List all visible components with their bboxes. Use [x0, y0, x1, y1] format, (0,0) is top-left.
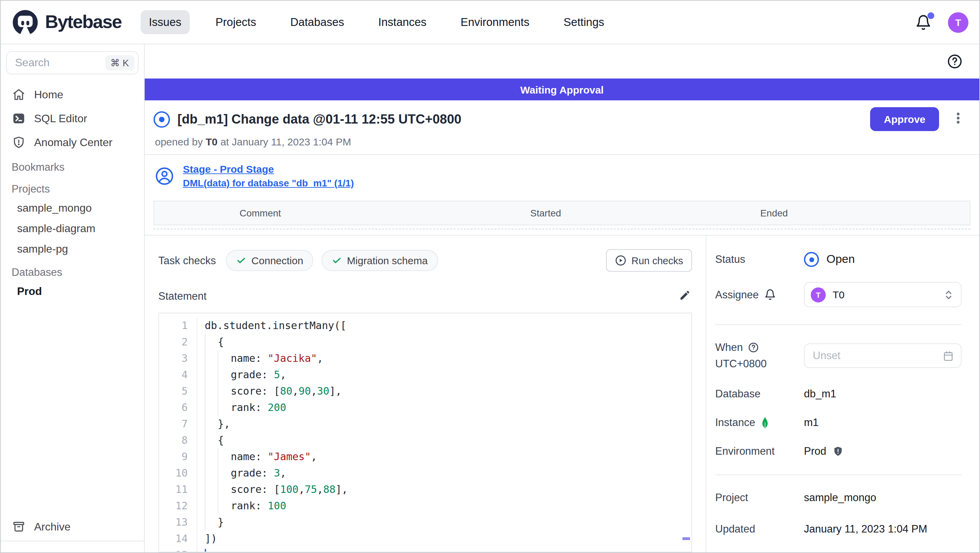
task-check-pill[interactable]: Connection: [226, 250, 313, 271]
kebab-menu-icon: [952, 111, 964, 125]
code-line: 14]): [159, 531, 691, 547]
nav-tab-databases[interactable]: Databases: [282, 10, 353, 34]
project-label: Project: [715, 492, 804, 504]
assignee-label: Assignee: [715, 288, 804, 301]
instance-value[interactable]: m1: [804, 416, 962, 429]
sidebar-section-bookmarks: Bookmarks: [6, 154, 138, 176]
sidebar-section-databases: Databases: [6, 260, 138, 281]
database-value[interactable]: db_m1: [804, 388, 962, 400]
issue-opened-user: T0: [206, 136, 218, 147]
search-input[interactable]: Search ⌘ K: [6, 51, 138, 75]
column-header-started: Started: [530, 207, 561, 218]
code-line: 11score: [100,75,88],: [159, 481, 691, 498]
when-datetime-input[interactable]: Unset: [804, 343, 962, 368]
environment-value[interactable]: Prod: [804, 445, 962, 457]
subscribe-bell-icon[interactable]: [764, 289, 776, 300]
task-checks-label: Task checks: [158, 254, 216, 266]
sidebar-item-label: Home: [34, 88, 63, 101]
assignee-person-icon: [155, 166, 174, 185]
sidebar-project-sample-pg[interactable]: sample-pg: [6, 239, 138, 260]
status-value: Open: [804, 252, 962, 267]
assignee-avatar: T: [811, 287, 826, 302]
assignee-select[interactable]: T T0: [804, 282, 962, 307]
sidebar-item-label: SQL Editor: [34, 112, 87, 124]
mongodb-leaf-icon: [760, 417, 769, 429]
issue-status-open-icon: [154, 111, 170, 127]
code-line: 12rank: 100: [159, 498, 691, 514]
stage-section: Stage - Prod Stage DML(data) for databas…: [145, 155, 979, 198]
main-content: Waiting Approval [db_m1] Change data @01…: [145, 45, 979, 552]
column-header-ended: Ended: [760, 207, 788, 218]
sidebar-item-label: Archive: [34, 521, 71, 533]
approve-button[interactable]: Approve: [870, 107, 939, 131]
issue-opened-line: opened by T0 at January 11, 2023 1:04 PM: [154, 136, 966, 147]
brand-name: Bytebase: [45, 11, 121, 33]
sidebar-item-anomaly-center[interactable]: Anomaly Center: [6, 131, 138, 154]
nav-tab-instances[interactable]: Instances: [370, 10, 435, 34]
bytebase-app-window: Bytebase IssuesProjectsDatabasesInstance…: [0, 0, 980, 553]
updated-label: Updated: [715, 523, 804, 535]
search-placeholder: Search: [15, 57, 105, 69]
main-nav-tabs: IssuesProjectsDatabasesInstancesEnvironm…: [141, 10, 612, 34]
sidebar-database-prod[interactable]: Prod: [6, 281, 138, 302]
sidebar-project-sample-diagram[interactable]: sample-diagram: [6, 218, 138, 239]
sidebar-item-home[interactable]: Home: [6, 83, 138, 107]
sidebar-item-archive[interactable]: Archive: [6, 514, 138, 539]
code-lines: 1db.student.insertMany([2{3name: "Jacika…: [159, 317, 691, 552]
search-shortcut-badge: ⌘ K: [105, 55, 134, 70]
code-line: 3name: "Jacika",: [159, 350, 691, 367]
task-run-table: Comment Started Ended: [154, 201, 970, 229]
protected-shield-icon: [833, 446, 843, 457]
updated-value: January 11, 2023 1:04 PM: [804, 523, 962, 535]
task-table-empty-row: [154, 225, 970, 229]
code-line: 2{: [159, 334, 691, 350]
issue-header: [db_m1] Change data @01-11 12:55 UTC+080…: [145, 100, 979, 155]
play-circle-icon: [615, 255, 627, 266]
nav-tab-projects[interactable]: Projects: [207, 10, 264, 34]
assignee-name: T0: [833, 289, 936, 300]
code-line: 8{: [159, 432, 691, 449]
help-icon[interactable]: [947, 54, 962, 69]
code-line: 9name: "James",: [159, 449, 691, 465]
database-label: Database: [715, 388, 804, 400]
sidebar-item-sql-editor[interactable]: SQL Editor: [6, 107, 138, 131]
more-actions-button[interactable]: [951, 110, 966, 128]
divider: [715, 324, 962, 325]
run-checks-button[interactable]: Run checks: [606, 249, 692, 272]
edit-statement-button[interactable]: [678, 288, 692, 304]
when-placeholder: Unset: [813, 349, 942, 362]
home-icon: [12, 88, 25, 101]
task-link[interactable]: DML(data) for database "db_m1" (1/1): [183, 177, 354, 188]
notification-bell-button[interactable]: [915, 14, 932, 30]
sidebar-project-sample_mongo[interactable]: sample_mongo: [6, 198, 138, 218]
task-detail-pane: Task checks ConnectionMigration schema R…: [145, 236, 706, 552]
nav-tab-issues[interactable]: Issues: [141, 10, 189, 34]
chevron-up-down-icon: [943, 289, 954, 300]
check-icon: [237, 255, 247, 266]
issue-title: [db_m1] Change data @01-11 12:55 UTC+080…: [177, 112, 862, 127]
overview-ruler-mark: [682, 537, 690, 540]
nav-tab-environments[interactable]: Environments: [452, 10, 538, 34]
statement-code-editor[interactable]: 1db.student.insertMany([2{3name: "Jacika…: [158, 313, 692, 552]
nav-tab-settings[interactable]: Settings: [555, 10, 612, 34]
stage-link[interactable]: Stage - Prod Stage: [183, 163, 354, 175]
status-label: Status: [715, 253, 804, 266]
check-icon: [332, 255, 342, 266]
help-circle-icon[interactable]: [748, 342, 759, 353]
when-label: When UTC+0800: [715, 341, 804, 370]
task-check-pills: ConnectionMigration schema: [226, 250, 438, 271]
top-navbar: Bytebase IssuesProjectsDatabasesInstance…: [1, 1, 979, 45]
brand-logo[interactable]: Bytebase: [11, 8, 121, 36]
issue-detail-sidebar: Status Open Assignee: [706, 236, 979, 552]
when-timezone: UTC+0800: [715, 358, 804, 370]
sidebar-project-list: sample_mongosample-diagramsample-pg: [6, 198, 138, 260]
task-check-pill[interactable]: Migration schema: [322, 250, 438, 271]
project-value[interactable]: sample_mongo: [804, 492, 962, 504]
user-avatar[interactable]: T: [948, 12, 969, 32]
text-cursor: [205, 549, 206, 552]
statement-label: Statement: [158, 290, 207, 303]
left-sidebar: Search ⌘ K Home SQL Editor: [1, 45, 145, 552]
sidebar-bottom-divider: [1, 541, 144, 552]
topbar-right: T: [915, 12, 969, 32]
code-line: 1db.student.insertMany([: [159, 317, 691, 334]
